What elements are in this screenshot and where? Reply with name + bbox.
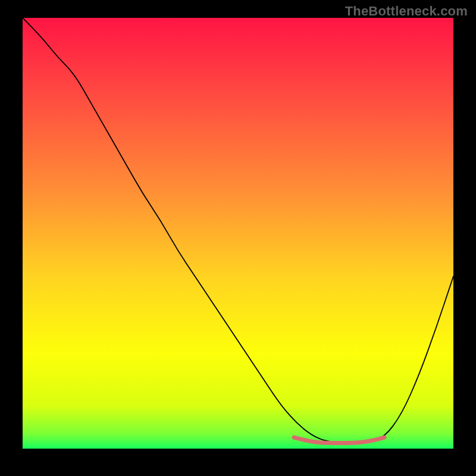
- chart-container: TheBottleneck.com: [0, 0, 476, 476]
- plot-svg: [23, 18, 453, 449]
- bottleneck-plot: [23, 18, 453, 449]
- watermark-label: TheBottleneck.com: [345, 4, 468, 19]
- plot-background: [23, 18, 453, 449]
